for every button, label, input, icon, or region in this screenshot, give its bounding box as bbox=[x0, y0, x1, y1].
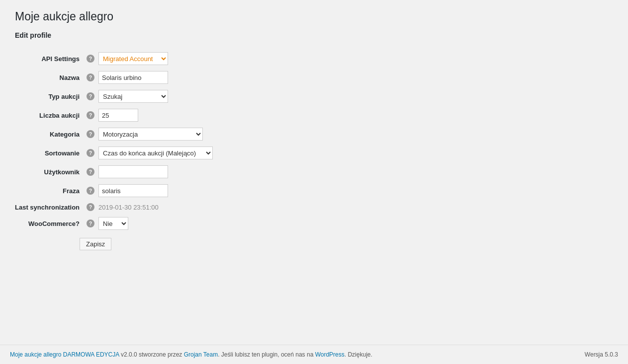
last-sync-row: Last synchronization ? 2019-01-30 23:51:… bbox=[15, 200, 218, 214]
fraza-input[interactable] bbox=[98, 184, 168, 197]
api-settings-row: API Settings ? Migrated Account bbox=[15, 49, 218, 68]
last-sync-value: 2019-01-30 23:51:00 bbox=[98, 204, 159, 211]
liczba-aukcji-cell: ? bbox=[85, 106, 218, 125]
woocommerce-cell: ? Nie bbox=[85, 214, 218, 233]
liczba-aukcji-label: Liczba aukcji bbox=[15, 106, 85, 125]
footer-link2[interactable]: Grojan Team bbox=[184, 351, 218, 358]
section-title: Edit profile bbox=[15, 31, 613, 39]
kategoria-row: Kategoria ? Motoryzacja bbox=[15, 125, 218, 144]
typ-aukcji-label: Typ aukcji bbox=[15, 87, 85, 106]
woocommerce-row: WooCommerce? ? Nie bbox=[15, 214, 218, 233]
last-sync-label: Last synchronization bbox=[15, 200, 85, 214]
liczba-aukcji-help[interactable]: ? bbox=[87, 111, 94, 119]
fraza-help[interactable]: ? bbox=[87, 187, 94, 195]
kategoria-select[interactable]: Motoryzacja bbox=[98, 128, 203, 141]
typ-aukcji-row: Typ aukcji ? Szukaj bbox=[15, 87, 218, 106]
liczba-aukcji-input[interactable] bbox=[98, 109, 138, 122]
footer-version: Wersja 5.0.3 bbox=[585, 351, 618, 358]
footer-left: Moje aukcje allegro DARMOWA EDYCJA v2.0.… bbox=[10, 351, 372, 358]
footer-right-text: . Jeśli lubisz ten plugin, oceń nas na bbox=[218, 351, 315, 358]
uzytkownik-row: Użytkownik ? bbox=[15, 162, 218, 181]
sortowanie-select[interactable]: Czas do końca aukcji (Malejąco) bbox=[98, 146, 213, 159]
api-settings-select[interactable]: Migrated Account bbox=[98, 52, 168, 65]
kategoria-label: Kategoria bbox=[15, 125, 85, 144]
submit-button[interactable]: Zapisz bbox=[80, 238, 111, 250]
kategoria-cell: ? Motoryzacja bbox=[85, 125, 218, 144]
fraza-label: Fraza bbox=[15, 181, 85, 200]
nazwa-label: Nazwa bbox=[15, 68, 85, 87]
typ-aukcji-cell: ? Szukaj bbox=[85, 87, 218, 106]
footer-link3[interactable]: WordPress bbox=[315, 351, 345, 358]
uzytkownik-cell: ? bbox=[85, 162, 218, 181]
api-settings-cell: ? Migrated Account bbox=[85, 49, 218, 68]
page-title: Moje aukcje allegro bbox=[15, 10, 613, 23]
typ-aukcji-help[interactable]: ? bbox=[87, 92, 94, 100]
last-sync-cell: ? 2019-01-30 23:51:00 bbox=[85, 200, 218, 214]
form-table: API Settings ? Migrated Account Nazwa ? bbox=[15, 49, 218, 233]
footer-link1[interactable]: Moje aukcje allegro DARMOWA EDYCJA bbox=[10, 351, 119, 358]
sortowanie-help[interactable]: ? bbox=[87, 149, 94, 157]
api-settings-label: API Settings bbox=[15, 49, 85, 68]
footer: Moje aukcje allegro DARMOWA EDYCJA v2.0.… bbox=[0, 345, 628, 364]
nazwa-help[interactable]: ? bbox=[87, 73, 94, 81]
sortowanie-row: Sortowanie ? Czas do końca aukcji (Malej… bbox=[15, 144, 218, 162]
kategoria-help[interactable]: ? bbox=[87, 130, 94, 138]
typ-aukcji-select[interactable]: Szukaj bbox=[98, 90, 168, 103]
fraza-cell: ? bbox=[85, 181, 218, 200]
woocommerce-select[interactable]: Nie bbox=[98, 217, 128, 230]
sortowanie-label: Sortowanie bbox=[15, 144, 85, 162]
woocommerce-help[interactable]: ? bbox=[87, 219, 94, 227]
footer-middle-text: v2.0.0 stworzone przez bbox=[119, 351, 184, 358]
fraza-row: Fraza ? bbox=[15, 181, 218, 200]
api-settings-help[interactable]: ? bbox=[87, 55, 94, 63]
nazwa-row: Nazwa ? bbox=[15, 68, 218, 87]
uzytkownik-input[interactable] bbox=[98, 165, 168, 178]
liczba-aukcji-row: Liczba aukcji ? bbox=[15, 106, 218, 125]
main-content: Moje aukcje allegro Edit profile API Set… bbox=[0, 0, 628, 345]
last-sync-help[interactable]: ? bbox=[87, 203, 94, 211]
uzytkownik-label: Użytkownik bbox=[15, 162, 85, 181]
nazwa-input[interactable] bbox=[98, 71, 168, 84]
nazwa-cell: ? bbox=[85, 68, 218, 87]
uzytkownik-help[interactable]: ? bbox=[87, 168, 94, 176]
woocommerce-label: WooCommerce? bbox=[15, 214, 85, 233]
footer-end-text: . Dziękuje. bbox=[345, 351, 372, 358]
sortowanie-cell: ? Czas do końca aukcji (Malejąco) bbox=[85, 144, 218, 162]
